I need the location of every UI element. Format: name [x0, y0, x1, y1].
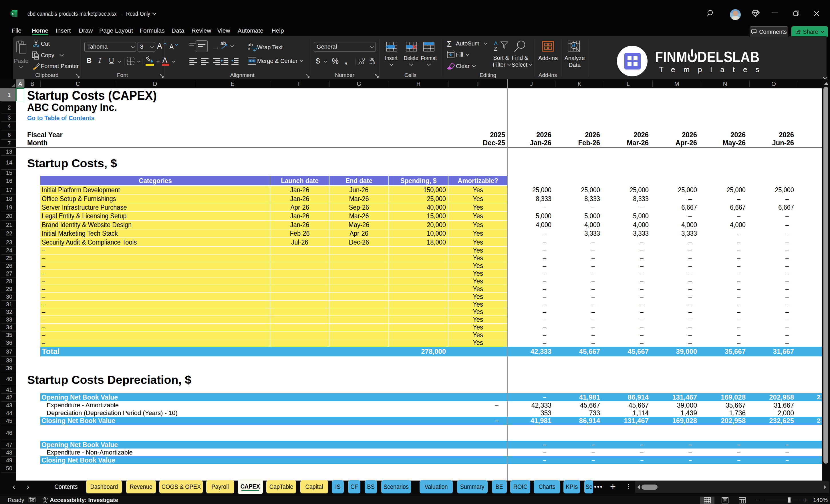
svg-text:x: x	[12, 12, 14, 16]
